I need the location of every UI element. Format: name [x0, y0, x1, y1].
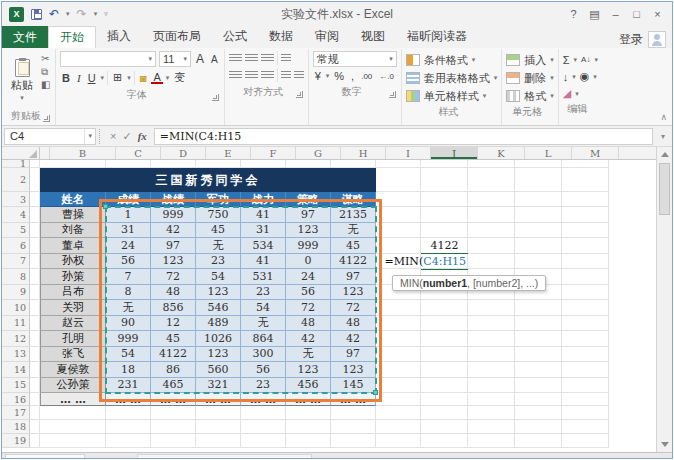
- cell-empty[interactable]: [30, 434, 40, 448]
- row-header[interactable]: 18: [2, 420, 30, 434]
- cell-name[interactable]: 关羽: [40, 300, 106, 316]
- undo-icon[interactable]: ↶: [49, 7, 59, 21]
- row-header[interactable]: 17: [2, 406, 30, 420]
- cell-empty[interactable]: [331, 406, 376, 420]
- cell-value[interactable]: 72: [331, 300, 376, 316]
- column-header-H[interactable]: H: [341, 147, 386, 159]
- copy-icon[interactable]: ⧉: [41, 67, 50, 77]
- cell-name[interactable]: 夏侯敦: [40, 362, 106, 378]
- cell-value[interactable]: 2135: [331, 207, 376, 223]
- tab-file[interactable]: 文件: [2, 26, 48, 48]
- column-header-F[interactable]: F: [251, 147, 296, 159]
- cell-empty[interactable]: [241, 406, 286, 420]
- top-align-icon[interactable]: [229, 54, 242, 63]
- row-header[interactable]: 6: [2, 238, 30, 254]
- cell-name[interactable]: 孔明: [40, 331, 106, 347]
- cell-empty[interactable]: [515, 331, 562, 347]
- cell-value[interactable]: 864: [241, 331, 286, 347]
- phonetic-guide-icon[interactable]: 变: [172, 70, 187, 85]
- cell-value[interactable]: 18: [106, 362, 151, 378]
- accounting-dropdown-icon[interactable]: ▾: [326, 72, 330, 80]
- column-header-C[interactable]: C: [116, 147, 161, 159]
- cell-value[interactable]: 750: [196, 207, 241, 223]
- borders-icon[interactable]: ⊞: [111, 71, 124, 84]
- cell-empty[interactable]: [421, 362, 468, 378]
- cell-name[interactable]: 刘备: [40, 223, 106, 239]
- cell-ellipsis[interactable]: … …: [151, 393, 196, 406]
- format-painter-icon[interactable]: ◧: [41, 80, 50, 90]
- cell-value[interactable]: 45: [151, 331, 196, 347]
- maximize-button[interactable]: □: [628, 6, 645, 22]
- align-right-icon[interactable]: [261, 71, 274, 80]
- cell-value[interactable]: 0: [286, 254, 331, 270]
- insert-function-icon[interactable]: fx: [138, 130, 147, 142]
- cell-empty[interactable]: [286, 160, 331, 168]
- row-header[interactable]: 16: [2, 393, 30, 406]
- cell-empty[interactable]: [376, 168, 421, 192]
- increase-decimal-icon[interactable]: .00: [359, 72, 374, 81]
- cell-empty[interactable]: [376, 393, 421, 406]
- cell-empty[interactable]: [562, 347, 609, 363]
- cell-empty[interactable]: [421, 393, 468, 406]
- cell-empty[interactable]: [30, 192, 40, 207]
- cell-value[interactable]: 560: [196, 362, 241, 378]
- column-header-I[interactable]: I: [386, 147, 431, 159]
- paste-button[interactable]: 粘贴 ▾: [7, 51, 37, 109]
- cell-name[interactable]: 董卓: [40, 238, 106, 254]
- name-box[interactable]: C4 ▾: [4, 128, 96, 145]
- cell-empty[interactable]: [421, 420, 468, 434]
- column-header-M[interactable]: M: [572, 147, 619, 159]
- cell-value[interactable]: 56: [106, 254, 151, 270]
- table-header-name[interactable]: 姓名: [40, 192, 106, 207]
- middle-align-icon[interactable]: [245, 54, 258, 63]
- cell-empty[interactable]: [562, 160, 609, 168]
- cell-empty[interactable]: [515, 160, 562, 168]
- cell-empty[interactable]: [151, 160, 196, 168]
- cell-empty[interactable]: [30, 160, 40, 168]
- tab-review[interactable]: 审阅: [304, 26, 350, 48]
- cell-value[interactable]: 90: [106, 316, 151, 332]
- row-header[interactable]: 3: [2, 192, 30, 207]
- cell-empty[interactable]: [468, 393, 515, 406]
- cell-value[interactable]: 4122: [151, 347, 196, 363]
- tab-insert[interactable]: 插入: [96, 26, 142, 48]
- cell-name[interactable]: 公孙策: [40, 378, 106, 394]
- underline-button[interactable]: U: [86, 72, 98, 84]
- selection-handle-top-left[interactable]: [103, 204, 108, 209]
- cell-value[interactable]: 531: [241, 269, 286, 285]
- cell-empty[interactable]: [241, 160, 286, 168]
- cell-empty[interactable]: [30, 207, 40, 223]
- cell-empty[interactable]: [515, 434, 562, 448]
- align-center-icon[interactable]: [245, 71, 258, 80]
- column-header-E[interactable]: E: [206, 147, 251, 159]
- cell-empty[interactable]: [30, 378, 40, 394]
- cell-name[interactable]: 张飞: [40, 347, 106, 363]
- cell-empty[interactable]: [106, 434, 151, 448]
- cell-value[interactable]: 123: [286, 223, 331, 239]
- cell-ellipsis[interactable]: … …: [241, 393, 286, 406]
- cell-empty[interactable]: [421, 347, 468, 363]
- increase-indent-icon[interactable]: [294, 71, 304, 80]
- cell-empty[interactable]: [376, 331, 421, 347]
- cell-empty[interactable]: [30, 406, 40, 420]
- cell-ellipsis[interactable]: … …: [40, 393, 106, 406]
- cell-empty[interactable]: [151, 406, 196, 420]
- italic-button[interactable]: I: [75, 72, 83, 84]
- cell-empty[interactable]: [468, 192, 515, 207]
- cell-empty[interactable]: [562, 434, 609, 448]
- tab-home[interactable]: 开始: [48, 26, 96, 48]
- cell-empty[interactable]: [241, 420, 286, 434]
- cell-value[interactable]: 无: [106, 300, 151, 316]
- column-header-L[interactable]: L: [525, 147, 572, 159]
- cell-empty[interactable]: [562, 378, 609, 394]
- row-header[interactable]: 1: [2, 160, 30, 168]
- row-header[interactable]: 5: [2, 223, 30, 239]
- cell-value[interactable]: 123: [151, 254, 196, 270]
- cell-value[interactable]: 856: [151, 300, 196, 316]
- cell-empty[interactable]: [515, 362, 562, 378]
- decrease-decimal-icon[interactable]: ←.0: [377, 72, 396, 81]
- cell-empty[interactable]: [515, 378, 562, 394]
- cell-empty[interactable]: [421, 168, 468, 192]
- decrease-indent-icon[interactable]: [281, 71, 291, 80]
- cell-empty[interactable]: [468, 331, 515, 347]
